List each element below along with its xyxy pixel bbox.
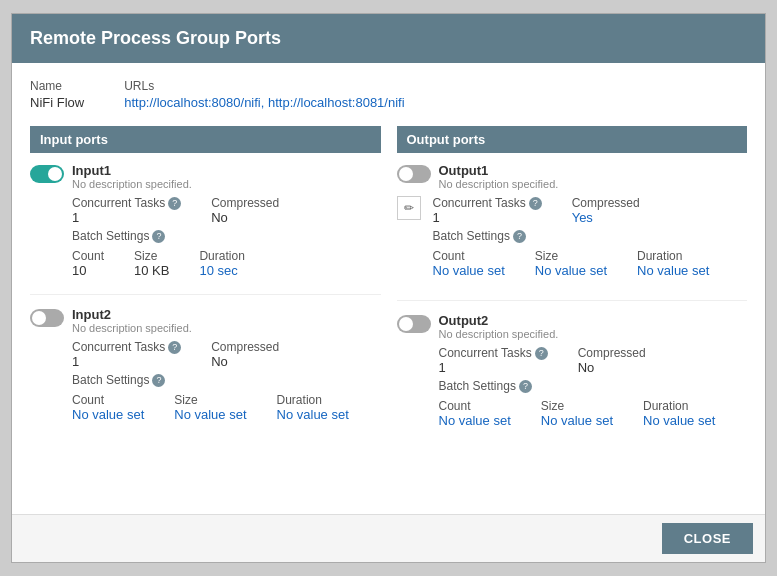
- output1-tasks-label: Concurrent Tasks ?: [433, 196, 542, 210]
- urls-label: URLs: [124, 79, 404, 93]
- input1-count-label: Count: [72, 249, 104, 263]
- input2-count-group: Count No value set: [72, 393, 144, 422]
- output1-size-group: Size No value set: [535, 249, 607, 278]
- input1-batch-help[interactable]: ?: [152, 230, 165, 243]
- name-group: Name NiFi Flow: [30, 79, 84, 110]
- remote-process-group-dialog: Remote Process Group Ports Name NiFi Flo…: [11, 13, 766, 563]
- input2-compressed-group: Compressed No: [211, 340, 279, 369]
- output2-toggle[interactable]: [397, 315, 431, 333]
- output1-batch-values-row: Count No value set Size No value set Dur…: [433, 249, 748, 278]
- output2-tasks-label: Concurrent Tasks ?: [439, 346, 548, 360]
- input1-details: Concurrent Tasks ? 1 Compressed No: [72, 196, 381, 278]
- input1-toggle[interactable]: [30, 165, 64, 183]
- output1-compressed-group: Compressed Yes: [572, 196, 640, 225]
- input1-count-value: 10: [72, 263, 104, 278]
- output-port-item-output2: Output2 No description specified. Concur…: [397, 313, 748, 444]
- input1-batch-header-row: Batch Settings ?: [72, 229, 381, 245]
- input1-count-group: Count 10: [72, 249, 104, 278]
- output2-duration-value: No value set: [643, 413, 715, 428]
- input2-duration-value: No value set: [277, 407, 349, 422]
- output2-batch-help[interactable]: ?: [519, 380, 532, 393]
- input2-size-value: No value set: [174, 407, 246, 422]
- output2-top-row: Output2 No description specified.: [397, 313, 748, 340]
- input1-duration-label: Duration: [199, 249, 244, 263]
- input1-size-label: Size: [134, 249, 169, 263]
- meta-section: Name NiFi Flow URLs http://localhost:808…: [30, 79, 747, 110]
- input1-batch-values-row: Count 10 Size 10 KB Duration 10 sec: [72, 249, 381, 278]
- output1-batch-label: Batch Settings ?: [433, 229, 526, 243]
- ports-row: Input ports Input1 No description specif…: [30, 126, 747, 456]
- input1-size-value: 10 KB: [134, 263, 169, 278]
- output2-size-value: No value set: [541, 413, 613, 428]
- input2-duration-group: Duration No value set: [277, 393, 349, 422]
- output2-tasks-help[interactable]: ?: [535, 347, 548, 360]
- output-ports-column: Output ports Output1 No description spec…: [397, 126, 748, 456]
- input1-compressed-value: No: [211, 210, 279, 225]
- input2-tasks-help[interactable]: ?: [168, 341, 181, 354]
- input2-name: Input2: [72, 307, 192, 322]
- output2-name: Output2: [439, 313, 559, 328]
- input-port-item-input1: Input1 No description specified. Concurr…: [30, 163, 381, 295]
- output1-tasks-help[interactable]: ?: [529, 197, 542, 210]
- output1-details: Concurrent Tasks ? 1 Compressed Yes: [433, 196, 748, 282]
- output1-tasks-group: Concurrent Tasks ? 1: [433, 196, 542, 225]
- output1-size-label: Size: [535, 249, 607, 263]
- input1-tasks-row: Concurrent Tasks ? 1 Compressed No: [72, 196, 381, 225]
- input2-duration-label: Duration: [277, 393, 349, 407]
- input-port-item-input2: Input2 No description specified. Concurr…: [30, 307, 381, 438]
- name-label: Name: [30, 79, 84, 93]
- input-ports-column: Input ports Input1 No description specif…: [30, 126, 381, 456]
- output2-size-group: Size No value set: [541, 399, 613, 428]
- output2-name-desc: Output2 No description specified.: [439, 313, 559, 340]
- output2-batch-label: Batch Settings ?: [439, 379, 532, 393]
- input2-toggle[interactable]: [30, 309, 64, 327]
- output1-name: Output1: [439, 163, 559, 178]
- input2-size-label: Size: [174, 393, 246, 407]
- output2-count-group: Count No value set: [439, 399, 511, 428]
- output1-batch-help[interactable]: ?: [513, 230, 526, 243]
- dialog-header: Remote Process Group Ports: [12, 14, 765, 63]
- input1-duration-value: 10 sec: [199, 263, 244, 278]
- output1-compressed-value: Yes: [572, 210, 640, 225]
- output2-tasks-group: Concurrent Tasks ? 1: [439, 346, 548, 375]
- input1-tasks-help[interactable]: ?: [168, 197, 181, 210]
- output1-duration-group: Duration No value set: [637, 249, 709, 278]
- output1-toggle[interactable]: [397, 165, 431, 183]
- output1-duration-value: No value set: [637, 263, 709, 278]
- input2-tasks-value: 1: [72, 354, 181, 369]
- dialog-title: Remote Process Group Ports: [30, 28, 281, 48]
- output1-count-label: Count: [433, 249, 505, 263]
- urls-value: http://localhost:8080/nifi, http://local…: [124, 95, 404, 110]
- output1-count-value: No value set: [433, 263, 505, 278]
- close-button[interactable]: CLOSE: [662, 523, 753, 554]
- output1-edit-button[interactable]: ✏: [397, 196, 421, 220]
- input2-details: Concurrent Tasks ? 1 Compressed No: [72, 340, 381, 422]
- output1-top-row: Output1 No description specified.: [397, 163, 748, 190]
- output2-count-label: Count: [439, 399, 511, 413]
- input1-name-desc: Input1 No description specified.: [72, 163, 192, 190]
- input-ports-header: Input ports: [30, 126, 381, 153]
- input2-batch-header-row: Batch Settings ?: [72, 373, 381, 389]
- output1-batch-header-row: Batch Settings ?: [433, 229, 748, 245]
- input2-count-value: No value set: [72, 407, 144, 422]
- output2-compressed-label: Compressed: [578, 346, 646, 360]
- input2-batch-help[interactable]: ?: [152, 374, 165, 387]
- output2-size-label: Size: [541, 399, 613, 413]
- name-value: NiFi Flow: [30, 95, 84, 110]
- output1-tasks-row: Concurrent Tasks ? 1 Compressed Yes: [433, 196, 748, 225]
- output2-toggle-knob: [399, 317, 413, 331]
- input2-batch-label: Batch Settings ?: [72, 373, 165, 387]
- input1-size-group: Size 10 KB: [134, 249, 169, 278]
- input1-tasks-value: 1: [72, 210, 181, 225]
- output2-count-value: No value set: [439, 413, 511, 428]
- input1-compressed-group: Compressed No: [211, 196, 279, 225]
- output1-count-group: Count No value set: [433, 249, 505, 278]
- output2-duration-group: Duration No value set: [643, 399, 715, 428]
- input1-toggle-knob: [48, 167, 62, 181]
- urls-group: URLs http://localhost:8080/nifi, http://…: [124, 79, 404, 110]
- output1-compressed-label: Compressed: [572, 196, 640, 210]
- input2-size-group: Size No value set: [174, 393, 246, 422]
- input2-batch-values-row: Count No value set Size No value set Dur…: [72, 393, 381, 422]
- input2-tasks-row: Concurrent Tasks ? 1 Compressed No: [72, 340, 381, 369]
- output2-batch-values-row: Count No value set Size No value set Dur…: [439, 399, 748, 428]
